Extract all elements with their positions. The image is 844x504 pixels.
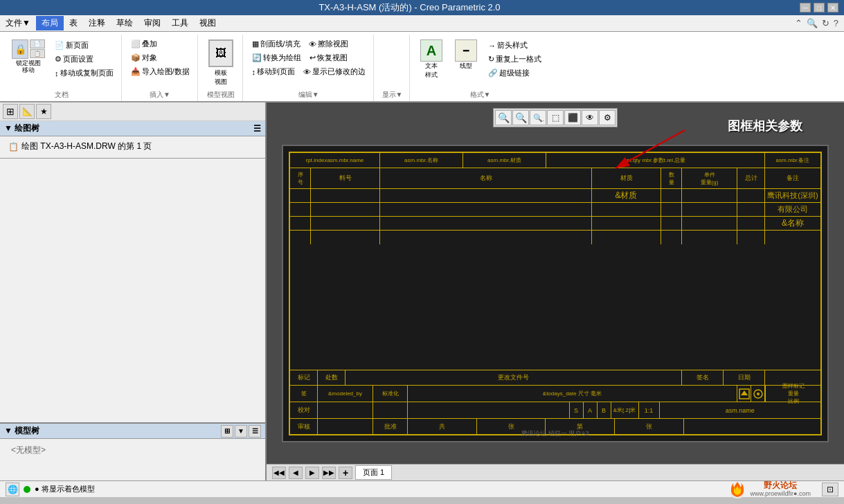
view-btn-zoom-in[interactable]: 🔍 [512, 110, 529, 125]
menu-layout[interactable]: 布局 [36, 16, 64, 30]
ribbon-btn-arrow-style[interactable]: →箭头样式 [485, 39, 545, 52]
svg-point-5 [757, 393, 760, 395]
model-tree-section: ▼ 模型树 ⊞ ▼ ☰ <无模型> [0, 422, 265, 480]
model-tree-btn3[interactable]: ☰ [249, 425, 261, 438]
dr2-2 [311, 203, 380, 216]
view-btn-settings[interactable]: ⚙ [599, 110, 616, 125]
dr1-7 [737, 189, 765, 202]
subh-2: 料号 [311, 168, 380, 188]
maximize-button[interactable]: □ [814, 3, 825, 12]
ribbon-btn-new-page[interactable]: 📄新页面 [51, 39, 117, 52]
ribbon-group-model-view: 🖼 模板视图 模型视图 [199, 35, 243, 101]
subh-8: 备注 [765, 168, 820, 188]
panel-btn-grid[interactable]: ⊞ [3, 104, 18, 119]
ribbon: 🔒 📄 📋 锁定视图移动 📄新页面 ⚙页面设置 [0, 32, 844, 102]
ribbon-btn-overlay[interactable]: ⬜叠加 [127, 37, 193, 51]
menu-tools[interactable]: 工具 [166, 16, 194, 30]
menu-annotation[interactable]: 注释 [83, 16, 111, 30]
drawing-canvas[interactable]: 🔍 🔍 🔍- ⬚ ⬛ 👁 ⚙ 图框相关参数 [267, 102, 844, 464]
menu-review[interactable]: 审阅 [138, 16, 166, 30]
ribbon-btn-erase-view[interactable]: 👁擦除视图 [305, 37, 352, 51]
ribbon-btn-hyperlink[interactable]: 🔗超级链接 [485, 66, 545, 80]
tb-check-val3 [408, 402, 570, 418]
model-tree-header[interactable]: ▼ 模型树 ⊞ ▼ ☰ [0, 424, 265, 439]
panel-btn-star[interactable]: ★ [36, 104, 51, 119]
page-setup-icon: ⚙ [55, 55, 62, 64]
group-label-insert: 插入▼ [123, 90, 197, 100]
view-btn-zoom-out[interactable]: 🔍- [530, 110, 546, 125]
title-bar-title: TX-A3-H-ASM (活动的) - Creo Parametric 2.0 [318, 1, 500, 14]
drawing-tree-icon[interactable]: ☰ [253, 124, 261, 134]
show-modified-icon: 👁 [303, 68, 311, 76]
ribbon-btn-repeat-format[interactable]: ↻重复上一格式 [485, 53, 545, 66]
tb-asm-name: asm.name [660, 402, 821, 418]
drawing-tree-header[interactable]: ▼ 绘图树 ☰ [0, 121, 265, 136]
status-left: 🌐 ● 将显示着色模型 [6, 483, 95, 496]
tb-row-change: 标记 处数 更改文件号 签名 日期 [290, 370, 820, 386]
viewer-toolbar: 🔍 🔍 🔍- ⬚ ⬛ 👁 ⚙ [493, 108, 618, 127]
left-panel: ⊞ 📐 ★ ▼ 绘图树 ☰ 📋 绘图 TX-A3-H-ASM.DRW 的第 1 … [0, 102, 267, 480]
tb-check-val [318, 402, 373, 418]
menu-sketch[interactable]: 草绘 [111, 16, 138, 30]
canvas-area: 🔍 🔍 🔍- ⬚ ⬛ 👁 ⚙ 图框相关参数 [267, 102, 844, 480]
dr1-5 [661, 189, 682, 202]
search-icon[interactable]: ⌃ [795, 18, 802, 28]
refresh-icon[interactable]: ↻ [822, 18, 829, 28]
ribbon-btn-move-copy[interactable]: ↕移动或复制页面 [51, 66, 117, 80]
tb-b: B [598, 402, 611, 418]
tb-approve-val [318, 419, 373, 434]
status-icon[interactable]: 🌐 [6, 483, 19, 496]
help-icon[interactable]: ? [834, 18, 838, 28]
tb-ratio: 1:1 [639, 402, 660, 418]
tb-gong: 共 [408, 419, 477, 434]
status-right-btn[interactable]: ⊡ [822, 483, 838, 496]
view-btn-crop[interactable]: ⬛ [564, 110, 581, 125]
view-btn-box[interactable]: ⬚ [547, 110, 564, 125]
nav-first-page[interactable]: ◀◀ [272, 467, 286, 479]
dr2-5 [661, 203, 682, 216]
ribbon-btn-lock-view[interactable]: 🔒 📄 📋 锁定视图移动 [7, 37, 50, 76]
logo-area: 野火论坛 www.proewildfir●.com [727, 479, 811, 500]
model-tree-btn1[interactable]: ⊞ [221, 425, 233, 438]
panel-toolbar: ⊞ 📐 ★ [0, 102, 265, 121]
menu-table[interactable]: 表 [64, 16, 83, 30]
subh-1: 序号 [290, 168, 311, 188]
nav-prev-page[interactable]: ◀ [289, 467, 303, 479]
ribbon-btn-import[interactable]: 📥导入绘图/数据 [127, 65, 193, 78]
arrow-style-icon: → [488, 42, 496, 50]
ribbon-btn-move-to-page[interactable]: ↕移动到页面 [249, 65, 299, 78]
search-btn[interactable]: 🔍 [807, 18, 818, 28]
model-tree-toolbar: ⊞ ▼ ☰ [221, 425, 261, 438]
drawing-tree-item[interactable]: 📋 绘图 TX-A3-H-ASM.DRW 的第 1 页 [6, 139, 260, 154]
tb-chushu: 处数 [318, 370, 345, 385]
ribbon-btn-hatch[interactable]: ▦剖面线/填充 [249, 37, 304, 51]
model-tree-btn2[interactable]: ▼ [235, 425, 247, 438]
nav-next-page[interactable]: ▶ [305, 467, 319, 479]
ribbon-btn-restore-view[interactable]: ↩恢复视图 [306, 51, 351, 64]
close-button[interactable]: ✕ [827, 3, 838, 12]
annotation-arrow [581, 123, 719, 179]
dr3-5 [661, 217, 682, 230]
dr4-1 [290, 231, 311, 244]
bottom-nav-bar: ◀◀ ◀ ▶ ▶▶ + 页面 1 [267, 464, 844, 480]
menu-view[interactable]: 视图 [194, 16, 222, 30]
ribbon-btn-show-modified[interactable]: 👁显示已修改的边 [300, 65, 369, 78]
ribbon-btn-line-style[interactable]: ━ 线型 [450, 37, 482, 73]
menu-file[interactable]: 文件▼ [0, 16, 36, 30]
nav-add-page[interactable]: + [339, 467, 352, 479]
drawing-tree-content: 📋 绘图 TX-A3-H-ASM.DRW 的第 1 页 [0, 136, 265, 156]
ribbon-btn-text-style[interactable]: A 文本样式 [415, 37, 447, 82]
view-btn-eye[interactable]: 👁 [582, 110, 598, 125]
ribbon-btn-template[interactable]: 🖼 模板视图 [204, 36, 238, 89]
ribbon-btn-object[interactable]: 📦对象 [127, 51, 193, 64]
nav-last-page[interactable]: ▶▶ [322, 467, 336, 479]
ribbon-group-display: 显示▼ [375, 35, 410, 101]
view-btn-fit[interactable]: 🔍 [495, 110, 512, 125]
dr1-2 [311, 189, 380, 202]
minimize-button[interactable]: ─ [800, 3, 811, 12]
tb-qianming: 签名 [682, 370, 724, 385]
tree-spacer [0, 160, 265, 422]
panel-btn-draw[interactable]: 📐 [19, 104, 35, 119]
ribbon-btn-page-setup[interactable]: ⚙页面设置 [51, 53, 117, 66]
ribbon-btn-convert[interactable]: 🔄转换为绘组 [249, 51, 305, 64]
